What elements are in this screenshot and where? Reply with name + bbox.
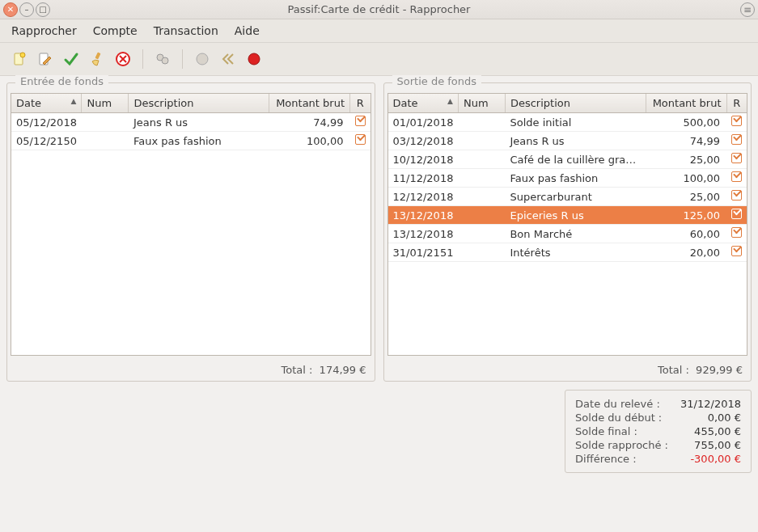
cell: 10/12/2018 xyxy=(388,150,459,169)
svg-point-1 xyxy=(20,53,25,57)
cell: Café de la cuillère gra… xyxy=(505,150,646,169)
summary-value: 0,00 € xyxy=(676,412,741,424)
table-row[interactable]: 31/01/2151Intérêts20,00 xyxy=(388,243,747,262)
reconcile-checkbox[interactable] xyxy=(726,132,747,150)
summary-value: -300,00 € xyxy=(676,453,741,465)
col-amount[interactable]: Montant brut xyxy=(269,94,350,113)
summary-box: Date du relevé :31/12/2018Solde du début… xyxy=(565,390,752,473)
table-row[interactable]: 12/12/2018Supercarburant25,00 xyxy=(388,188,747,206)
table-row[interactable]: 03/12/2018Jeans R us74,99 xyxy=(388,132,747,150)
toolbar-ball-icon[interactable] xyxy=(191,48,214,70)
table-row[interactable]: 05/12/2150Faux pas fashion100,00 xyxy=(11,132,371,150)
cell: 11/12/2018 xyxy=(388,169,459,188)
reconcile-checkbox[interactable] xyxy=(726,113,747,132)
entree-table: Date▲ Num Description Montant brut R 05/… xyxy=(11,94,371,150)
menubar: Rapprocher Compte Transaction Aide xyxy=(0,19,758,43)
cell xyxy=(458,113,505,132)
table-row[interactable]: 10/12/2018Café de la cuillère gra…25,00 xyxy=(388,150,747,169)
cell: 74,99 xyxy=(269,113,350,132)
menu-aide[interactable]: Aide xyxy=(228,23,266,39)
cell: 01/01/2018 xyxy=(388,113,459,132)
summary-area: Date du relevé :31/12/2018Solde du début… xyxy=(6,390,752,473)
svg-rect-3 xyxy=(95,53,100,60)
check-icon xyxy=(731,227,742,238)
summary-row: Date du relevé :31/12/2018 xyxy=(575,397,741,411)
window-close-button[interactable]: ✕ xyxy=(3,2,18,17)
col-num[interactable]: Num xyxy=(458,94,505,113)
summary-label: Solde final : xyxy=(575,425,637,437)
check-icon xyxy=(731,134,742,145)
cell xyxy=(458,206,505,225)
check-icon xyxy=(355,116,366,126)
toolbar-clear-icon[interactable] xyxy=(86,48,108,70)
cell xyxy=(458,243,505,262)
reconcile-checkbox[interactable] xyxy=(726,150,747,169)
cell xyxy=(458,132,505,150)
col-date[interactable]: Date▲ xyxy=(11,94,82,113)
menu-transaction[interactable]: Transaction xyxy=(147,23,225,39)
titlebar: ✕ – □ Passif:Carte de crédit - Rapproche… xyxy=(0,0,758,19)
cell: 74,99 xyxy=(646,132,726,150)
panel-entree: Entrée de fonds Date▲ Num Description Mo… xyxy=(6,82,375,382)
cell: 125,00 xyxy=(646,206,726,225)
window-maximize-button[interactable]: □ xyxy=(36,2,50,17)
cell xyxy=(458,169,505,188)
reconcile-checkbox[interactable] xyxy=(726,206,747,225)
window-minimize-button[interactable]: – xyxy=(19,2,34,17)
table-row[interactable]: 11/12/2018Faux pas fashion100,00 xyxy=(388,169,747,188)
table-row[interactable]: 13/12/2018Bon Marché60,00 xyxy=(388,225,747,243)
cell: 25,00 xyxy=(646,188,726,206)
entree-table-wrap[interactable]: Date▲ Num Description Montant brut R 05/… xyxy=(11,93,371,356)
summary-row: Solde rapproché :755,00 € xyxy=(575,438,741,452)
reconcile-checkbox[interactable] xyxy=(726,243,747,262)
menu-compte[interactable]: Compte xyxy=(87,23,144,39)
cell: 13/12/2018 xyxy=(388,225,459,243)
toolbar-settings-icon[interactable] xyxy=(151,48,174,70)
cell: Bon Marché xyxy=(505,225,646,243)
svg-point-7 xyxy=(197,53,208,65)
table-row[interactable]: 13/12/2018Epiceries R us125,00 xyxy=(388,206,747,225)
col-desc[interactable]: Description xyxy=(129,94,269,113)
col-r[interactable]: R xyxy=(726,94,747,113)
toolbar-accept-icon[interactable] xyxy=(60,48,83,70)
svg-point-8 xyxy=(248,53,260,65)
sortie-table-wrap[interactable]: Date▲ Num Description Montant brut R 01/… xyxy=(387,93,748,356)
col-num[interactable]: Num xyxy=(82,94,129,113)
toolbar-new-icon[interactable] xyxy=(8,48,31,70)
sort-asc-icon: ▲ xyxy=(447,97,453,105)
cell: 05/12/2018 xyxy=(11,113,82,132)
toolbar-rewind-icon[interactable] xyxy=(217,48,239,70)
window-title: Passif:Carte de crédit - Rapprocher xyxy=(0,3,758,15)
cell: 05/12/2150 xyxy=(11,132,82,150)
col-amount[interactable]: Montant brut xyxy=(646,94,726,113)
toolbar-separator xyxy=(142,49,143,69)
summary-label: Date du relevé : xyxy=(575,398,660,410)
cell: Supercarburant xyxy=(505,188,646,206)
cell: 31/01/2151 xyxy=(388,243,459,262)
cell xyxy=(458,188,505,206)
reconcile-checkbox[interactable] xyxy=(726,188,747,206)
reconcile-checkbox[interactable] xyxy=(350,132,371,150)
summary-label: Solde du début : xyxy=(575,412,662,424)
toolbar-edit-icon[interactable] xyxy=(34,48,57,70)
check-icon xyxy=(731,209,742,219)
check-icon xyxy=(731,190,742,201)
reconcile-checkbox[interactable] xyxy=(726,169,747,188)
reconcile-checkbox[interactable] xyxy=(350,113,371,132)
toolbar-cancel-icon[interactable] xyxy=(112,48,134,70)
summary-value: 31/12/2018 xyxy=(676,398,741,410)
menu-rapprocher[interactable]: Rapprocher xyxy=(5,23,83,39)
toolbar-record-icon[interactable] xyxy=(243,48,265,70)
col-r[interactable]: R xyxy=(350,94,371,113)
window-menu-button[interactable]: ≡ xyxy=(740,2,755,17)
table-row[interactable]: 05/12/2018Jeans R us74,99 xyxy=(11,113,371,132)
col-date[interactable]: Date▲ xyxy=(388,94,459,113)
svg-point-6 xyxy=(162,57,168,64)
reconcile-checkbox[interactable] xyxy=(726,225,747,243)
cell: Jeans R us xyxy=(129,113,269,132)
check-icon xyxy=(731,116,742,126)
cell xyxy=(458,225,505,243)
col-desc[interactable]: Description xyxy=(505,94,646,113)
table-row[interactable]: 01/01/2018Solde initial500,00 xyxy=(388,113,747,132)
content-area: Entrée de fonds Date▲ Num Description Mo… xyxy=(0,76,758,388)
